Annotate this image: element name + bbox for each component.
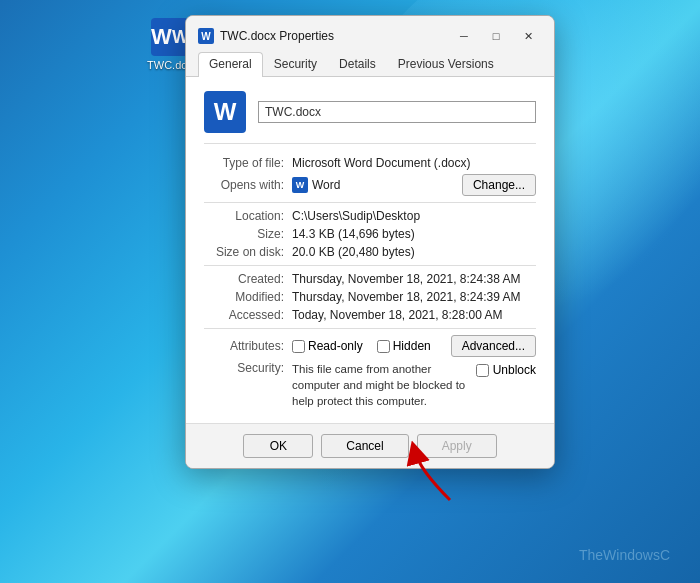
hidden-checkbox[interactable] bbox=[377, 340, 390, 353]
title-bar-left: W TWC.docx Properties bbox=[198, 28, 334, 44]
minimize-button[interactable]: ─ bbox=[450, 26, 478, 46]
title-bar: W TWC.docx Properties ─ □ ✕ bbox=[186, 16, 554, 46]
created-row: Created: Thursday, November 18, 2021, 8:… bbox=[204, 272, 536, 286]
word-icon-desktop: W bbox=[151, 18, 189, 56]
security-row: Security: This file came from another co… bbox=[204, 361, 536, 409]
size-on-disk-value: 20.0 KB (20,480 bytes) bbox=[292, 245, 536, 259]
accessed-label: Accessed: bbox=[204, 308, 292, 322]
dialog-box: W TWC.docx Properties ─ □ ✕ General Secu… bbox=[185, 15, 555, 469]
word-small-icon: W bbox=[292, 177, 308, 193]
cancel-button[interactable]: Cancel bbox=[321, 434, 408, 458]
size-on-disk-row: Size on disk: 20.0 KB (20,480 bytes) bbox=[204, 245, 536, 259]
security-content: This file came from another computer and… bbox=[292, 361, 536, 409]
type-of-file-row: Type of file: Microsoft Word Document (.… bbox=[204, 156, 536, 170]
size-label: Size: bbox=[204, 227, 292, 241]
location-label: Location: bbox=[204, 209, 292, 223]
divider-2 bbox=[204, 265, 536, 266]
advanced-button[interactable]: Advanced... bbox=[451, 335, 536, 357]
filename-input[interactable] bbox=[258, 101, 536, 123]
hidden-label: Hidden bbox=[393, 339, 431, 353]
accessed-value: Today, November 18, 2021, 8:28:00 AM bbox=[292, 308, 536, 322]
type-of-file-value: Microsoft Word Document (.docx) bbox=[292, 156, 536, 170]
size-row: Size: 14.3 KB (14,696 bytes) bbox=[204, 227, 536, 241]
divider-3 bbox=[204, 328, 536, 329]
dialog-body: W Type of file: Microsoft Word Document … bbox=[186, 77, 554, 423]
location-row: Location: C:\Users\Sudip\Desktop bbox=[204, 209, 536, 223]
unblock-label: Unblock bbox=[493, 363, 536, 377]
modified-value: Thursday, November 18, 2021, 8:24:39 AM bbox=[292, 290, 536, 304]
hidden-checkbox-label[interactable]: Hidden bbox=[377, 339, 431, 353]
opens-with-value: W Word bbox=[292, 177, 454, 193]
word-icon-large-letter: W bbox=[214, 98, 237, 126]
attributes-label: Attributes: bbox=[204, 339, 292, 353]
modified-label: Modified: bbox=[204, 290, 292, 304]
unblock-checkbox-group: Unblock bbox=[476, 363, 536, 377]
tab-general[interactable]: General bbox=[198, 52, 263, 77]
dialog-footer: OK Cancel Apply bbox=[186, 423, 554, 468]
size-value: 14.3 KB (14,696 bytes) bbox=[292, 227, 536, 241]
title-bar-word-icon: W bbox=[198, 28, 214, 44]
tab-bar: General Security Details Previous Versio… bbox=[186, 46, 554, 77]
filename-row: W bbox=[204, 91, 536, 144]
attributes-row: Attributes: Read-only Hidden Advanced... bbox=[204, 335, 536, 357]
close-button[interactable]: ✕ bbox=[514, 26, 542, 46]
attr-checkboxes: Read-only Hidden bbox=[292, 339, 451, 353]
size-on-disk-label: Size on disk: bbox=[204, 245, 292, 259]
security-label: Security: bbox=[204, 361, 292, 375]
readonly-checkbox-label[interactable]: Read-only bbox=[292, 339, 363, 353]
properties-dialog: W TWC.docx Properties ─ □ ✕ General Secu… bbox=[185, 15, 555, 469]
opens-with-app: Word bbox=[312, 178, 340, 192]
word-icon-large: W bbox=[204, 91, 246, 133]
maximize-button[interactable]: □ bbox=[482, 26, 510, 46]
created-value: Thursday, November 18, 2021, 8:24:38 AM bbox=[292, 272, 536, 286]
title-controls: ─ □ ✕ bbox=[450, 26, 542, 46]
change-button[interactable]: Change... bbox=[462, 174, 536, 196]
divider-1 bbox=[204, 202, 536, 203]
opens-with-row: Opens with: W Word Change... bbox=[204, 174, 536, 196]
modified-row: Modified: Thursday, November 18, 2021, 8… bbox=[204, 290, 536, 304]
readonly-checkbox[interactable] bbox=[292, 340, 305, 353]
opens-with-label: Opens with: bbox=[204, 178, 292, 192]
apply-button[interactable]: Apply bbox=[417, 434, 497, 458]
unblock-checkbox[interactable] bbox=[476, 364, 489, 377]
tab-security[interactable]: Security bbox=[263, 52, 328, 77]
ok-button[interactable]: OK bbox=[243, 434, 313, 458]
created-label: Created: bbox=[204, 272, 292, 286]
tab-details[interactable]: Details bbox=[328, 52, 387, 77]
dialog-title: TWC.docx Properties bbox=[220, 29, 334, 43]
location-value: C:\Users\Sudip\Desktop bbox=[292, 209, 536, 223]
readonly-label: Read-only bbox=[308, 339, 363, 353]
accessed-row: Accessed: Today, November 18, 2021, 8:28… bbox=[204, 308, 536, 322]
watermark: TheWindowsC bbox=[579, 547, 670, 563]
type-of-file-label: Type of file: bbox=[204, 156, 292, 170]
security-text: This file came from another computer and… bbox=[292, 361, 468, 409]
tab-previous-versions[interactable]: Previous Versions bbox=[387, 52, 505, 77]
